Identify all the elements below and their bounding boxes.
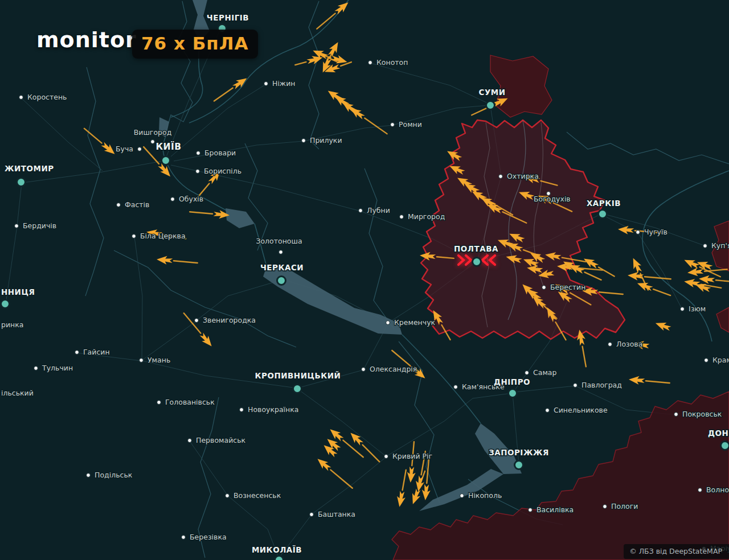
- town-label: Біла Церква: [140, 232, 186, 240]
- town-marker[interactable]: [546, 409, 550, 413]
- town-label: Крама: [712, 356, 729, 364]
- town-marker[interactable]: [182, 536, 186, 540]
- uav-count-badge: 76 х БпЛА: [132, 30, 258, 59]
- town-label: Миргород: [408, 212, 445, 221]
- town-label: Синельникове: [554, 406, 608, 414]
- town-label: Прилуки: [310, 136, 342, 145]
- town-marker[interactable]: [681, 307, 685, 311]
- town-marker[interactable]: [603, 505, 607, 509]
- city-label: ЖИТОМИР: [5, 164, 54, 173]
- town-marker[interactable]: [157, 401, 161, 405]
- town-marker[interactable]: [151, 140, 155, 144]
- town-marker[interactable]: [499, 175, 503, 179]
- town-label: Бориспіль: [204, 167, 241, 175]
- town-marker[interactable]: [171, 197, 175, 201]
- city-marker[interactable]: [1, 300, 10, 308]
- city-label: ХАРКІВ: [587, 199, 621, 208]
- town-marker[interactable]: [188, 439, 192, 443]
- town-marker[interactable]: [674, 413, 678, 417]
- town-label: Тульчин: [42, 364, 73, 372]
- town-label: Конотоп: [376, 58, 408, 67]
- town-marker[interactable]: [117, 203, 121, 207]
- town-label: Подільськ: [95, 471, 133, 479]
- town-marker[interactable]: [698, 488, 702, 492]
- city-label: МИКОЛАЇВ: [252, 545, 302, 554]
- town-marker[interactable]: [529, 508, 533, 512]
- town-marker[interactable]: [703, 244, 707, 248]
- city-label: ЧЕРКАСИ: [260, 263, 304, 272]
- town-label: Самар: [533, 368, 556, 377]
- town-marker[interactable]: [705, 359, 708, 363]
- city-marker[interactable]: [293, 385, 302, 393]
- town-label: Волнова: [706, 485, 729, 494]
- town-label: Первомайськ: [196, 436, 245, 444]
- town-marker[interactable]: [310, 513, 314, 517]
- town-marker[interactable]: [195, 319, 199, 323]
- town-label: Буча: [116, 145, 133, 153]
- town-marker[interactable]: [264, 82, 268, 86]
- city-marker[interactable]: [17, 178, 26, 187]
- city-marker[interactable]: [599, 210, 607, 219]
- town-marker[interactable]: [132, 234, 136, 238]
- city-label: КРОПИВНИЦЬКИЙ: [255, 371, 341, 380]
- town-marker[interactable]: [636, 230, 640, 234]
- town-marker[interactable]: [384, 455, 388, 459]
- town-marker[interactable]: [525, 371, 529, 375]
- city-marker[interactable]: [515, 461, 523, 470]
- town-label: Баштанка: [318, 510, 355, 518]
- town-label: ільський: [1, 389, 34, 397]
- town-label: Умань: [148, 356, 170, 364]
- city-label: ДНІПРО: [494, 377, 530, 386]
- town-marker[interactable]: [460, 494, 464, 498]
- town-marker[interactable]: [196, 170, 200, 174]
- town-marker[interactable]: [454, 385, 458, 389]
- town-marker[interactable]: [574, 384, 578, 388]
- town-label: Павлоград: [581, 381, 622, 389]
- town-label: Кривий Ріг: [392, 452, 432, 460]
- town-marker[interactable]: [19, 96, 23, 100]
- town-label: Ізюм: [689, 304, 706, 313]
- town-marker[interactable]: [302, 139, 306, 143]
- town-label: Ніжин: [272, 79, 295, 88]
- town-marker[interactable]: [34, 367, 38, 370]
- town-marker[interactable]: [400, 215, 404, 219]
- town-marker[interactable]: [279, 250, 283, 254]
- city-marker[interactable]: [277, 277, 286, 285]
- map-canvas[interactable]: КоростеньНіжинКонотопРомниПрилукиВишгоро…: [0, 0, 729, 560]
- town-label: Бердичів: [23, 221, 56, 230]
- town-label: Ромни: [399, 120, 422, 129]
- town-marker[interactable]: [138, 147, 142, 151]
- town-marker[interactable]: [140, 359, 144, 363]
- town-label: Лубни: [367, 206, 390, 215]
- town-label: Олександрія: [370, 365, 417, 373]
- town-marker[interactable]: [542, 286, 546, 290]
- town-marker[interactable]: [15, 224, 19, 228]
- town-marker[interactable]: [196, 151, 200, 155]
- city-marker[interactable]: [509, 389, 517, 398]
- town-label: Золотоноша: [256, 237, 302, 245]
- city-marker[interactable]: [473, 258, 481, 266]
- town-marker[interactable]: [240, 408, 244, 412]
- city-marker[interactable]: [486, 101, 495, 110]
- town-label: Бровари: [204, 149, 236, 157]
- town-marker[interactable]: [608, 343, 612, 347]
- town-label: Гайсин: [83, 348, 110, 356]
- town-marker[interactable]: [386, 321, 390, 325]
- brand-logo: monitor: [36, 27, 137, 52]
- drone-monitor-screen: КоростеньНіжинКонотопРомниПрилукиВишгоро…: [0, 0, 729, 560]
- town-marker[interactable]: [362, 368, 366, 372]
- town-marker[interactable]: [75, 351, 79, 355]
- city-marker[interactable]: [162, 157, 170, 165]
- town-marker[interactable]: [359, 209, 363, 213]
- city-marker[interactable]: [721, 442, 729, 450]
- town-label: Охтирка: [507, 172, 539, 180]
- town-marker[interactable]: [226, 494, 230, 498]
- town-marker[interactable]: [391, 123, 395, 127]
- town-label: Куп'я: [711, 241, 729, 250]
- town-marker[interactable]: [368, 61, 372, 65]
- town-marker[interactable]: [87, 473, 91, 477]
- city-label: ДОНЕЦ: [708, 429, 729, 438]
- town-label: Богодухів: [534, 195, 571, 203]
- town-label: Чугуїв: [644, 228, 667, 236]
- city-marker[interactable]: [275, 556, 284, 560]
